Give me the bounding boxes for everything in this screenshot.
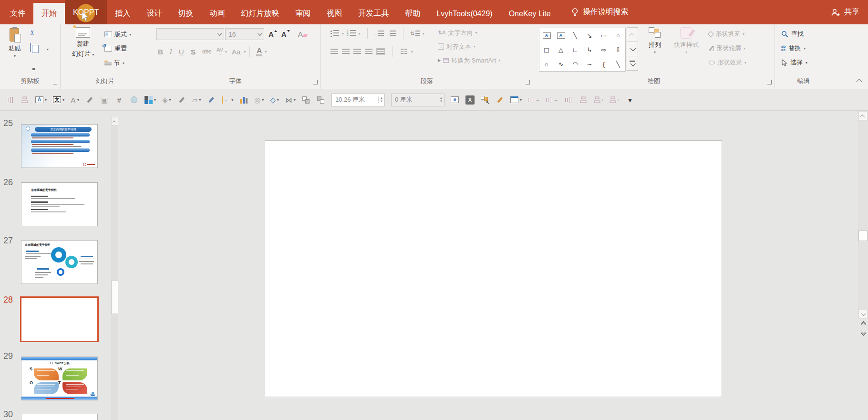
font-name-dropdown-icon[interactable] <box>217 31 222 36</box>
bring-forward-icon[interactable] <box>302 94 310 106</box>
thumb-scrollbar-track[interactable] <box>111 126 118 420</box>
shape-diagonal-line-icon[interactable]: ╲ <box>611 57 625 71</box>
shape-line-arrow-icon[interactable]: ↘ <box>582 28 597 42</box>
slide-thumbnail-30[interactable] <box>21 414 98 420</box>
insert-chart-icon[interactable] <box>239 94 248 106</box>
move-left-icon-dropdown[interactable]: ▾ <box>231 98 233 102</box>
slide-canvas[interactable] <box>265 140 722 397</box>
flip-shape-icon[interactable]: ⋈▾ <box>285 94 296 106</box>
flip-shape-icon-dropdown[interactable]: ▾ <box>294 98 296 102</box>
change-case-dropdown-icon[interactable]: ▾ <box>244 50 246 54</box>
vertical-text-box-icon[interactable]: 文▾ <box>53 94 64 106</box>
delete-button[interactable]: X <box>465 94 475 106</box>
shape-rounded-rectangle-icon[interactable]: ▢ <box>539 42 554 57</box>
justify-icon[interactable] <box>365 49 372 54</box>
shape-vertical-text-box-icon[interactable]: A <box>557 32 565 39</box>
text-direction-button[interactable]: ⇅A 文字方向 ▾ <box>438 26 500 40</box>
change-case-button[interactable]: Aa <box>232 48 240 56</box>
slide-thumbnail-27[interactable]: 京东商城的竞争特性 <box>21 240 98 284</box>
edit-shape-icon[interactable]: ◇▾ <box>270 94 279 106</box>
font-color-icon[interactable]: A▾ <box>71 94 79 106</box>
shrink-font-button[interactable]: A <box>281 30 290 38</box>
align-top-edge-icon[interactable]: ↑ <box>594 94 604 106</box>
align-shapes-center-icon[interactable] <box>6 94 14 106</box>
numbering-dropdown-icon[interactable]: ▾ <box>359 32 361 36</box>
new-slide-button[interactable]: * 新建 幻灯片 ▾ <box>65 27 101 58</box>
tab-view[interactable]: 视图 <box>319 3 350 24</box>
slide-thumbnail-28-selected[interactable] <box>20 296 99 342</box>
line-spacing-dropdown-icon[interactable]: ▾ <box>423 32 424 36</box>
shape-outline-box-icon-dropdown[interactable]: ▾ <box>199 98 201 102</box>
oval-preview-icon[interactable] <box>130 94 138 106</box>
distribute-vertical-icon[interactable] <box>579 94 588 106</box>
numbering-icon[interactable]: 1 2 3 <box>347 30 356 37</box>
cut-icon[interactable]: ✂ <box>28 30 37 36</box>
layout-button[interactable]: 版式 ▾ <box>104 28 131 41</box>
slide-thumbnail-26[interactable]: 京东商城的竞争特性 <box>21 182 98 226</box>
align-center-icon[interactable] <box>342 49 350 54</box>
font-size-combobox[interactable]: 16 <box>225 28 264 40</box>
border-top-icon-dropdown[interactable]: ▾ <box>520 98 522 102</box>
tab-file[interactable]: 文件 <box>2 3 33 24</box>
shape-line-icon[interactable]: ╲ <box>568 28 582 42</box>
shape-fill-button[interactable]: 形状填充 ▾ <box>709 28 744 40</box>
shape-effects-button[interactable]: 形状效果 ▾ <box>709 56 746 69</box>
theme-colors-icon[interactable]: ▾ <box>145 94 156 106</box>
shape-right-arrow-icon[interactable]: ⇨ <box>597 42 611 57</box>
eyedropper-icon-3[interactable] <box>207 94 216 106</box>
shape-down-arrow-icon[interactable]: ⇩ <box>611 42 625 57</box>
grow-font-button[interactable]: A <box>269 30 277 38</box>
italic-button[interactable]: I <box>170 48 172 56</box>
border-top-icon[interactable]: ▾ <box>510 94 522 106</box>
character-spacing-dropdown-icon[interactable]: ▾ <box>225 50 227 54</box>
vertical-text-box-icon-dropdown[interactable]: ▾ <box>62 98 64 102</box>
share-button[interactable]: 共享 <box>831 0 859 24</box>
merge-shapes-icon[interactable]: ◎▾ <box>254 94 264 106</box>
distribute-text-icon[interactable] <box>376 48 385 55</box>
align-right-icon[interactable] <box>353 49 361 54</box>
align-bottom-edge-icon[interactable]: ↓ <box>610 94 620 106</box>
align-text-button[interactable]: ↕ 对齐文本 ▾ <box>438 40 500 53</box>
quick-styles-button[interactable]: 快速样式 ▾ <box>671 27 702 54</box>
shape-height-field[interactable]: 0 厘米▲▼ <box>391 94 444 106</box>
slide-thumbnail-29[interactable]: 工厂SWOT 分析 S W O T <box>21 357 98 400</box>
align-left-icon[interactable] <box>331 49 338 54</box>
increase-indent-icon[interactable]: → <box>387 31 396 37</box>
tab-developer[interactable]: 开发工具 <box>350 3 397 24</box>
tab-home[interactable]: 开始 <box>33 3 65 24</box>
tab-onekey-lite[interactable]: OneKey Lite <box>501 3 559 24</box>
underline-button[interactable]: U <box>179 48 184 56</box>
align-shapes-middle-icon[interactable] <box>21 94 29 106</box>
main-scrollbar-track[interactable] <box>858 111 868 319</box>
merge-shapes-icon-dropdown[interactable]: ▾ <box>262 98 264 102</box>
gallery-scroll-up-icon[interactable] <box>627 27 638 42</box>
slide-text-icon[interactable]: ≡ <box>451 94 459 106</box>
paragraph-dialog-launcher-icon[interactable] <box>526 80 530 84</box>
shape-freeform-icon[interactable]: ⌂ <box>539 57 554 71</box>
arrange-button[interactable]: 排列 ▾ <box>642 27 668 54</box>
theme-colors-icon-dropdown[interactable]: ▾ <box>154 98 156 102</box>
tab-animations[interactable]: 动画 <box>201 3 233 24</box>
tab-insert[interactable]: 插入 <box>107 3 138 24</box>
section-button[interactable]: 节 ▾ <box>104 57 124 69</box>
tell-me-search[interactable]: 操作说明搜索 <box>571 0 629 24</box>
fill-color-icon[interactable]: ◈▾ <box>162 94 171 106</box>
strikethrough-button[interactable]: abc <box>202 48 211 55</box>
bullets-icon[interactable] <box>331 30 339 37</box>
distribute-horizontal-icon[interactable] <box>564 94 573 106</box>
move-left-icon[interactable]: ←▾ <box>222 94 233 106</box>
shape-scribble-icon[interactable]: ∿ <box>554 57 568 71</box>
eyedropper-icon-2[interactable] <box>177 94 186 106</box>
gallery-more-icon[interactable] <box>627 56 638 71</box>
font-color-dropdown-icon[interactable]: ▾ <box>265 50 267 54</box>
tab-help[interactable]: 帮助 <box>397 3 428 24</box>
align-right-edge-icon[interactable]: → <box>546 94 558 106</box>
thumb-scroll-up-icon[interactable] <box>111 117 118 126</box>
decrease-indent-icon[interactable]: ← <box>374 31 384 37</box>
shape-width-field[interactable]: 10.26 厘米▲▼ <box>331 94 385 106</box>
paste-dropdown-icon[interactable]: ▾ <box>14 54 16 58</box>
bold-button[interactable]: B <box>158 48 163 56</box>
text-shadow-button[interactable]: S <box>191 48 196 56</box>
columns-dropdown-icon[interactable]: ▾ <box>411 50 413 54</box>
reset-button[interactable]: ↺ 重置 <box>104 42 127 55</box>
